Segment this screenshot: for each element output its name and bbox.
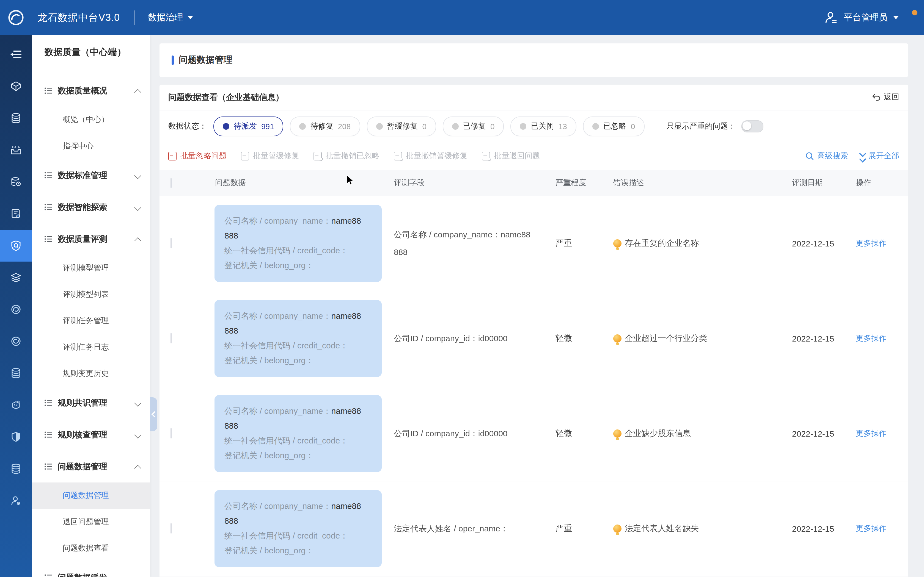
sidebar-item-problem-data-mgmt-active[interactable]: 问题数据管理: [32, 482, 150, 509]
sidebar-item-data-standards[interactable]: 数据标准管理: [32, 160, 150, 191]
chevron-down-icon: [187, 16, 193, 19]
sidebar-item-rule-change-history[interactable]: 规则变更历史: [32, 361, 150, 387]
sidebar-collapse-handle[interactable]: [150, 397, 157, 431]
sidebar-item-problem-data-view[interactable]: 问题数据查看: [32, 535, 150, 562]
row-checkbox[interactable]: [171, 238, 171, 248]
link-label: 高级搜索: [817, 151, 848, 161]
rail-item-swirl-1[interactable]: [0, 293, 32, 325]
sidebar-item-quality-evaluation[interactable]: 数据质量评测: [32, 223, 150, 255]
problem-data-box[interactable]: 公司名称 / company_name：name88 888 统一社会信用代码 …: [215, 205, 382, 282]
database-icon: [10, 463, 21, 474]
severe-only-toggle[interactable]: [741, 120, 763, 132]
advanced-search-button[interactable]: 高级搜索: [805, 151, 848, 161]
user-menu[interactable]: 平台管理员: [824, 10, 924, 25]
search-icon: [805, 152, 814, 160]
sidebar-item-overview-center[interactable]: 概览（中心）: [32, 106, 150, 133]
sidebar-item-label: 数据智能探索: [58, 202, 107, 213]
button-label: 批量忽略问题: [180, 151, 226, 161]
sidebar-item-eval-model-list[interactable]: 评测模型列表: [32, 281, 150, 308]
pill-count: 991: [261, 122, 274, 131]
severity-cell: 轻微: [556, 428, 572, 439]
status-pill-pending-fix[interactable]: 待修复208: [290, 116, 360, 136]
batch-undo-postpone-button[interactable]: 批量撤销暂缓修复: [394, 151, 467, 161]
rail-item-data-quality-active[interactable]: [0, 230, 32, 261]
status-pill-ignored[interactable]: 已忽略0: [583, 116, 645, 136]
data-box-icon: DATA: [10, 145, 21, 156]
list-icon: [45, 87, 52, 94]
sidebar-item-data-quality-overview[interactable]: 数据质量概况: [32, 75, 150, 106]
more-actions-link[interactable]: 更多操作: [856, 429, 887, 438]
rail-collapse-menu[interactable]: [0, 39, 32, 70]
pill-count: 0: [422, 122, 426, 131]
box-field-label: 统一社会信用代码 / credit_code：: [225, 338, 372, 353]
status-pill-closed[interactable]: 已关闭13: [510, 116, 577, 136]
card-minus-icon: [241, 152, 249, 160]
sidebar-item-eval-task-log[interactable]: 评测任务日志: [32, 334, 150, 361]
sidebar-item-label: 数据质量概况: [58, 85, 107, 96]
rail-item-layers[interactable]: [0, 261, 32, 293]
list-icon: [45, 400, 52, 406]
status-pill-postponed[interactable]: 暂缓修复0: [367, 116, 436, 136]
sidebar-item-eval-model-mgmt[interactable]: 评测模型管理: [32, 255, 150, 281]
sidebar-item-rule-check[interactable]: 规则核查管理: [32, 419, 150, 451]
more-actions-link[interactable]: 更多操作: [856, 334, 887, 343]
shield-half-icon: [10, 431, 21, 442]
rail-item-api[interactable]: API: [0, 389, 32, 421]
status-pill-pending-dispatch[interactable]: 待派发991: [213, 116, 284, 136]
sidebar-item-problem-data-dispatch[interactable]: 问题数据派发: [32, 562, 150, 577]
icon-rail: DATA API: [0, 35, 32, 577]
expand-all-button[interactable]: 展开全部: [860, 151, 899, 161]
sidebar-item-label: 数据标准管理: [58, 170, 107, 181]
rail-item-security[interactable]: [0, 421, 32, 453]
status-pill-fixed[interactable]: 已修复0: [443, 116, 504, 136]
eval-field-cell: 公司ID / company_id：id00000: [394, 425, 508, 442]
rail-item-user-admin[interactable]: [0, 485, 32, 517]
sidebar-item-returned-problem-mgmt[interactable]: 退回问题管理: [32, 509, 150, 535]
problem-data-card: 问题数据查看（企业基础信息） 返回 数据状态： 待派发991 待修复208 暂缓…: [160, 85, 908, 577]
sidebar-item-label: 规则核查管理: [58, 429, 107, 440]
error-desc-text: 法定代表人姓名缺失: [625, 524, 699, 534]
batch-return-button[interactable]: 批量退回问题: [482, 151, 540, 161]
box-field-label: 公司名称 / company_name：: [225, 406, 331, 416]
chevron-up-icon: [134, 89, 141, 96]
more-actions-link[interactable]: 更多操作: [856, 524, 887, 533]
user-gear-icon: [10, 495, 21, 506]
rail-item-data-exchange[interactable]: DATA: [0, 134, 32, 166]
rail-item-assets[interactable]: [0, 70, 32, 102]
row-checkbox[interactable]: [171, 333, 171, 343]
svg-text:DATA: DATA: [12, 145, 20, 149]
sidebar-item-command-center[interactable]: 指挥中心: [32, 133, 150, 160]
chevron-down-icon: [134, 399, 141, 406]
more-actions-link[interactable]: 更多操作: [856, 239, 887, 248]
rail-item-db-audit[interactable]: [0, 166, 32, 198]
batch-ignore-button[interactable]: 批量忽略问题: [168, 151, 226, 161]
rail-item-swirl-2[interactable]: [0, 325, 32, 357]
sidebar-item-smart-explore[interactable]: 数据智能探索: [32, 191, 150, 223]
sidebar-item-label: 数据质量评测: [58, 234, 107, 244]
batch-undo-ignore-button[interactable]: 批量撤销已忽略: [313, 151, 380, 161]
box-field-value: name88: [331, 311, 361, 321]
problem-data-box[interactable]: 公司名称 / company_name：name88 888 统一社会信用代码 …: [215, 395, 382, 472]
row-checkbox[interactable]: [171, 523, 171, 533]
problem-data-box[interactable]: 公司名称 / company_name：name88 888 统一社会信用代码 …: [215, 490, 382, 567]
table-row: 公司名称 / company_name：name88 888 统一社会信用代码 …: [160, 196, 908, 291]
top-nav-label: 数据治理: [148, 12, 183, 23]
rail-item-database[interactable]: [0, 102, 32, 134]
radio-dot-icon: [376, 123, 383, 129]
problem-data-box[interactable]: 公司名称 / company_name：name88 888 统一社会信用代码 …: [215, 300, 382, 377]
sidebar-item-rule-consensus[interactable]: 规则共识管理: [32, 387, 150, 419]
select-all-checkbox[interactable]: [171, 178, 171, 188]
back-button[interactable]: 返回: [872, 92, 899, 102]
title-accent-bar: [171, 55, 174, 65]
top-nav-data-governance[interactable]: 数据治理: [148, 12, 193, 23]
sidebar-item-eval-task-mgmt[interactable]: 评测任务管理: [32, 308, 150, 334]
rail-item-standards[interactable]: [0, 198, 32, 230]
toggle-knob: [742, 121, 751, 130]
box-field-label: 登记机关 / belong_org：: [225, 448, 372, 463]
rail-item-database-2[interactable]: [0, 357, 32, 389]
batch-postpone-button[interactable]: 批量暂缓修复: [241, 151, 299, 161]
sidebar-item-problem-data-mgmt-group[interactable]: 问题数据管理: [32, 451, 150, 482]
rail-item-database-3[interactable]: [0, 453, 32, 485]
card-undo-icon: [313, 152, 322, 160]
row-checkbox[interactable]: [171, 428, 171, 438]
